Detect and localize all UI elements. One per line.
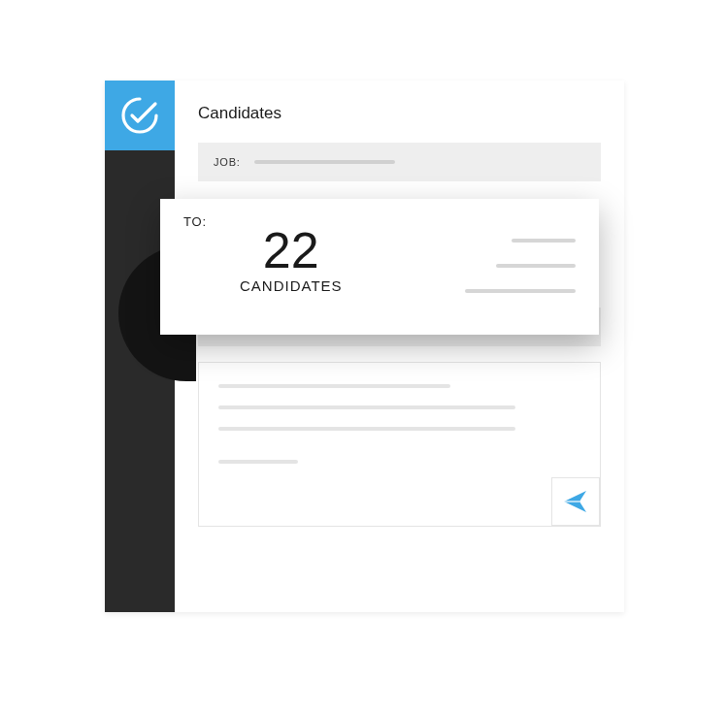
recipient-count: 22	[263, 225, 319, 275]
app-logo[interactable]	[105, 81, 175, 150]
job-label: JOB:	[214, 156, 241, 168]
recipient-placeholder	[512, 239, 576, 243]
app-window: Candidates JOB: TEMPLATE:	[105, 81, 624, 612]
message-line-placeholder	[218, 460, 298, 464]
job-field[interactable]: JOB:	[198, 143, 601, 181]
sidebar	[105, 81, 175, 612]
message-line-placeholder	[218, 405, 515, 409]
recipient-placeholder	[465, 289, 576, 293]
recipient-placeholder	[496, 264, 576, 268]
main-panel: Candidates JOB: TEMPLATE:	[175, 81, 624, 612]
recipient-lines	[465, 233, 579, 293]
check-circle-icon	[119, 95, 160, 136]
message-line-placeholder	[218, 427, 515, 431]
to-recipients-card: TO: 22 CANDIDATES	[160, 199, 599, 335]
message-textarea[interactable]	[198, 362, 601, 527]
send-button[interactable]	[551, 477, 600, 526]
recipient-sub-label: CANDIDATES	[240, 277, 343, 294]
message-line-placeholder	[218, 384, 450, 388]
send-icon	[562, 488, 589, 515]
page-title: Candidates	[198, 104, 601, 123]
to-body: 22 CANDIDATES	[183, 231, 579, 294]
recipient-count-block: 22 CANDIDATES	[240, 225, 343, 294]
job-value-placeholder	[254, 160, 395, 164]
